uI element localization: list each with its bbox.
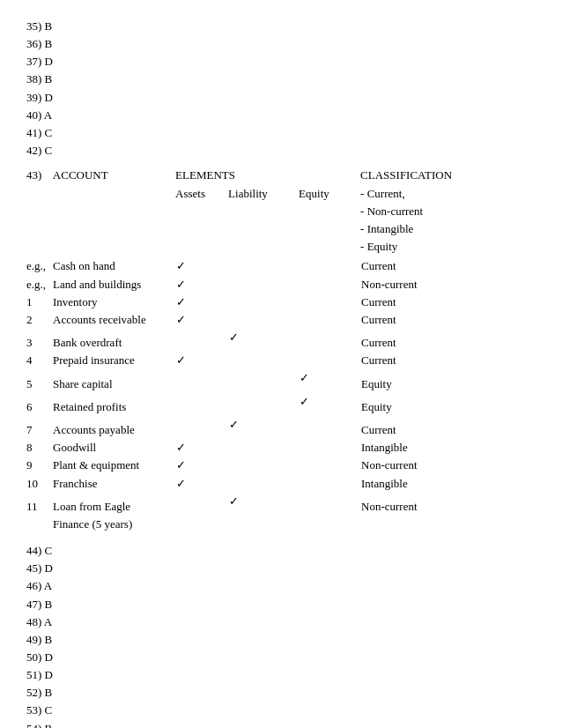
answer-item: 53) C [26, 702, 536, 719]
row-elements: ✓ [176, 457, 361, 474]
row-account: Goodwill [53, 439, 176, 457]
row-elements: ✓ [176, 416, 361, 434]
row-elements: ✓ [176, 293, 361, 311]
table-row: 6Retained profits✓Equity [26, 393, 536, 416]
row-equity [299, 416, 361, 434]
row-elements: ✓ [176, 393, 361, 411]
row-equity [299, 475, 361, 493]
row-num: 2 [26, 311, 53, 329]
row-assets: ✓ [176, 276, 229, 293]
row-account: Cash on hand [53, 257, 176, 275]
row-num: e.g., [26, 257, 53, 275]
elements-label: ELEMENTS [175, 167, 360, 185]
classification-option: - Equity [360, 238, 536, 256]
top-answers-block: 35) B36) B37) D38) B39) D40) A41) C42) C [26, 18, 536, 160]
table-row: 3Bank overdraft✓Current [26, 329, 536, 352]
answer-item: 38) B [26, 71, 536, 88]
row-equity [299, 311, 361, 329]
row-equity [299, 439, 361, 457]
row-account: Plant & equipment [53, 457, 176, 474]
row-classification: Non-current [361, 498, 418, 516]
equity-header: Equity [299, 185, 360, 204]
answer-item: 44) C [26, 542, 536, 560]
answer-item: 50) D [26, 649, 536, 666]
row-liability [229, 457, 299, 474]
answer-item: 48) A [26, 613, 536, 631]
elements-sub-headers: Assets Liability Equity [175, 185, 360, 204]
answer-item: 45) D [26, 560, 536, 577]
classification-option: - Non-current [360, 203, 536, 220]
answer-item: 36) B [26, 35, 536, 53]
table-row: 5Share capital✓Equity [26, 369, 536, 392]
assets-header: Assets [175, 185, 228, 204]
elements-header-group: ELEMENTS Assets Liability Equity [175, 167, 360, 204]
table-rows: e.g.,Cash on hand✓Currente.g.,Land and b… [26, 257, 536, 533]
row-classification: Intangible [361, 475, 408, 493]
table-row: e.g.,Land and buildings✓Non-current [26, 276, 536, 293]
row-num: 8 [26, 439, 53, 457]
table-row: 10Franchise✓Intangible [26, 475, 536, 493]
classification-option: - Intangible [360, 220, 536, 238]
row-account: Accounts receivable [53, 311, 176, 329]
classification-option: - Current, [360, 185, 536, 203]
row-equity: ✓ [299, 393, 361, 411]
row-assets [176, 393, 229, 411]
answer-item: 51) D [26, 666, 536, 684]
row-classification: Non-current [361, 276, 418, 293]
answer-item: 49) B [26, 631, 536, 649]
row-equity [299, 293, 361, 311]
row-account: Inventory [53, 293, 176, 311]
row-liability: ✓ [229, 329, 299, 346]
row-account: Bank overdraft [53, 334, 176, 352]
table-row: 4Prepaid insurance✓Current [26, 352, 536, 369]
q43-label: 43) [26, 167, 53, 185]
row-classification: Current [361, 334, 396, 352]
answer-item: 47) B [26, 596, 536, 613]
question-43-section: 43) ACCOUNT ELEMENTS Assets Liability Eq… [26, 167, 536, 533]
row-assets [176, 329, 229, 346]
row-num: e.g., [26, 276, 53, 293]
row-classification: Current [361, 257, 396, 275]
row-classification: Intangible [361, 439, 408, 457]
row-num: 11 [26, 498, 53, 516]
answer-item: 35) B [26, 18, 536, 35]
row-classification: Current [361, 421, 396, 439]
table-row: 11Loan from Eagle Finance (5 years)✓Non-… [26, 493, 536, 533]
row-classification: Current [361, 311, 396, 329]
row-elements: ✓ [176, 352, 361, 369]
row-assets: ✓ [176, 257, 229, 275]
answer-item: 39) D [26, 89, 536, 107]
row-elements: ✓ [176, 439, 361, 457]
row-equity [299, 276, 361, 293]
row-assets: ✓ [176, 352, 229, 369]
row-liability [229, 352, 299, 369]
table-row: e.g.,Cash on hand✓Current [26, 257, 536, 275]
row-liability: ✓ [229, 493, 299, 510]
row-equity: ✓ [299, 369, 361, 387]
row-liability [229, 369, 299, 387]
row-assets [176, 493, 229, 510]
row-assets: ✓ [176, 311, 229, 329]
row-equity [299, 257, 361, 275]
table-row: 7Accounts payable✓Current [26, 416, 536, 439]
row-account: Franchise [53, 475, 176, 493]
row-assets: ✓ [176, 457, 229, 474]
row-elements: ✓ [176, 369, 361, 387]
row-account: Share capital [53, 375, 176, 393]
row-classification: Current [361, 293, 396, 311]
bottom-answers-block: 44) C45) D46) A47) B48) A49) B50) D51) D… [26, 542, 536, 728]
row-assets: ✓ [176, 439, 229, 457]
answer-item: 41) C [26, 124, 536, 142]
row-assets: ✓ [176, 293, 229, 311]
row-num: 3 [26, 334, 53, 352]
row-liability [229, 393, 299, 411]
row-liability: ✓ [229, 416, 299, 434]
row-account: Prepaid insurance [53, 352, 176, 369]
answer-item: 42) C [26, 142, 536, 160]
row-account: Loan from Eagle Finance (5 years) [53, 498, 176, 533]
row-classification: Equity [361, 375, 392, 393]
col-account-header: ACCOUNT [53, 167, 175, 185]
classification-options: - Current,- Non-current- Intangible- Equ… [360, 185, 536, 256]
row-elements: ✓ [176, 475, 361, 493]
row-liability [229, 439, 299, 457]
